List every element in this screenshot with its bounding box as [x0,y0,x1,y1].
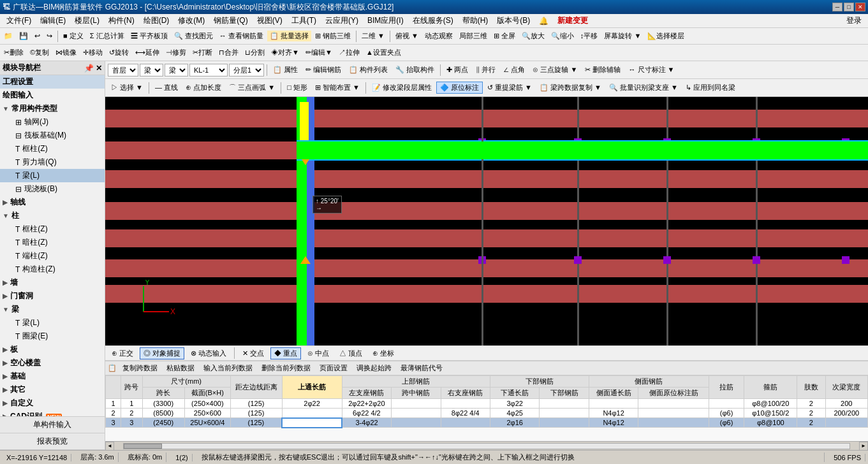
tb-align-slab[interactable]: ☰ 平齐板顶 [128,31,170,41]
tb-align[interactable]: ◈对齐▼ [268,47,302,58]
re-extract-btn[interactable]: ↺ 重提梁筋 ▼ [484,82,535,93]
table-row-2[interactable]: 2 2 (8500) 250×600 (125) 6φ22 4/2 8φ22 4… [106,409,868,418]
menu-version[interactable]: 版本号(B) [493,14,534,27]
angle-btn[interactable]: ∠ 点角 [500,64,528,75]
nav-raft-found[interactable]: ⊟ 筏板基础(M) [0,129,105,142]
nav-wall[interactable]: ▶ 墙 [0,276,105,289]
name-select[interactable]: KL-1 [189,64,228,76]
menu-edit[interactable]: 编辑(E) [36,14,70,27]
comp-list-btn[interactable]: 📋 构件列表 [346,64,391,75]
tb-set-grip[interactable]: ▲设置夹点 [364,47,404,58]
tb-batch-select[interactable]: 📋 批量选择 [267,31,311,41]
del-col-data-btn[interactable]: 删除当前列数据 [258,363,314,373]
menu-login[interactable]: 登录 [842,14,865,27]
tb-edit-rebar[interactable]: ✏编辑▼ [303,47,335,58]
snap-object[interactable]: ◎ 对象捕捉 [140,347,184,359]
tb-pan[interactable]: ↕平移 [578,31,601,41]
tb-find[interactable]: 🔍 查找图元 [172,31,216,41]
category-select[interactable]: 梁 [140,64,163,76]
tb-2d[interactable]: 二维 ▼ [359,31,387,41]
tb-redo[interactable]: ↪ [44,31,55,41]
nav-struct-col[interactable]: T 构造柱(Z) [0,263,105,276]
del-aux-btn[interactable]: ✂ 删除辅轴 [582,64,624,75]
tb-partial-3d[interactable]: 局部三维 [457,31,490,41]
snap-center[interactable]: ⊙ 中点 [304,347,333,359]
nav-common-types[interactable]: ▼ 常用构件类型 [0,102,105,115]
tb-delete[interactable]: ✂删除 [1,47,26,58]
snap-ortho[interactable]: ⊕ 正交 [108,347,137,359]
nav-frame-col[interactable]: T 框柱(Z) [0,142,105,156]
3pt-axis-btn[interactable]: ⊙ 三点旋轴 ▼ [529,64,580,75]
table-row-1[interactable]: 1 1 (3300) (250×400) (125) 2φ22 2φ22+2φ2… [106,399,868,409]
menu-file[interactable]: 文件(F) [3,14,35,27]
nav-ring-beam[interactable]: T 圈梁(E) [0,330,105,343]
tb-select-floor[interactable]: 📐选择楼层 [645,31,687,41]
nav-beam-common[interactable]: T 梁(L) [0,169,105,182]
nav-slab[interactable]: ▶ 板 [0,343,105,356]
pt-extend-btn[interactable]: ⊕ 点加长度 [182,82,224,93]
scroll-left[interactable]: ◄ [105,442,114,451]
type-select[interactable]: 梁 [165,64,188,76]
nav-shear-wall[interactable]: T 剪力墙(Q) [0,156,105,169]
3pt-arc-btn[interactable]: ⌒ 三点画弧 ▼ [226,82,278,93]
scroll-track[interactable] [123,443,850,449]
td-topthrough-3[interactable] [282,418,342,428]
two-pt-btn[interactable]: ✚ 两点 [443,64,471,75]
maximize-button[interactable]: □ [844,3,854,11]
nav-hollow-slab[interactable]: ▶ 空心楼盖 [0,356,105,370]
nav-pin[interactable]: 📌 ✕ [84,64,102,73]
menu-draw[interactable]: 绘图(D) [140,14,173,27]
tb-rebar-3d[interactable]: ⊞ 钢筋三维 [313,31,353,41]
menu-help[interactable]: 帮助(H) [459,14,492,27]
table-scroll[interactable]: 跨号 尺寸(mm) 距左边线距离 上通长筋 上部钢筋 下部钢筋 侧面钢筋 拉筋 … [105,375,868,441]
scrollbar-h[interactable]: ◄ ► [105,441,868,450]
nav-beam-section[interactable]: ▼ 梁 [0,303,105,316]
tb-undo[interactable]: ↩ [32,31,43,41]
menu-rebar-qty[interactable]: 钢筋量(Q) [210,14,251,27]
line-btn[interactable]: — 直线 [152,82,181,93]
orig-annot-btn[interactable]: 🔷 原位标注 [436,82,483,94]
tb-rotate[interactable]: ↺旋转 [107,47,131,58]
close-button[interactable]: ✕ [855,3,865,11]
tb-dynamic-obs[interactable]: 动态观察 [422,31,455,41]
tb-fullscreen[interactable]: ⊞ 全屏 [491,31,518,41]
page-setup-btn[interactable]: 页面设置 [316,363,351,373]
nav-draw-input[interactable]: 绘图输入 [0,89,105,102]
menu-cloud[interactable]: 云应用(Y) [321,14,362,27]
report-preview-btn[interactable]: 报表预览 [0,433,105,450]
tb-zoom-out[interactable]: 🔍缩小 [548,31,577,41]
tb-zoom-in[interactable]: 🔍放大 [519,31,547,41]
snap-intersect[interactable]: ✕ 交点 [239,347,268,359]
menu-floor[interactable]: 楼层(L) [71,14,103,27]
prop-btn[interactable]: 📋 属性 [270,64,301,75]
menu-view[interactable]: 视图(V) [253,14,286,27]
menu-online[interactable]: 在线服务(S) [409,14,457,27]
mod-seg-prop-btn[interactable]: 📝 修改梁段层属性 [369,82,435,93]
smart-layout-btn[interactable]: ⊞ 智能布置 ▼ [312,82,363,93]
nav-beam-l[interactable]: T 梁(L) [0,316,105,330]
nav-column[interactable]: ▼ 柱 [0,209,105,222]
floor-select[interactable]: 首层 [108,64,138,76]
scroll-thumb[interactable] [124,444,162,449]
menu-modify[interactable]: 修改(M) [174,14,209,27]
edit-rebar-btn[interactable]: ✏ 编辑钢筋 [302,64,344,75]
nav-hidden-col[interactable]: T 暗柱(Z) [0,236,105,249]
tb-save[interactable]: 💾 [17,31,31,41]
menu-bim[interactable]: BIM应用(I) [364,14,408,27]
tb-merge[interactable]: ⊓合并 [216,47,241,58]
parallel-btn[interactable]: ∥ 并行 [473,64,499,75]
menu-tools[interactable]: 工具(T) [288,14,320,27]
pick-comp-btn[interactable]: 🔧 抬取构件 [392,64,438,75]
copy-span-btn[interactable]: 📋 梁跨数据复制 ▼ [536,82,605,93]
nav-axisline[interactable]: ▶ 轴线 [0,196,105,209]
single-component-btn[interactable]: 单构件输入 [0,417,105,433]
snap-dynamic[interactable]: ⊗ 动态输入 [187,347,230,359]
layer-select[interactable]: 分层1 [229,64,264,76]
batch-id-seat-btn[interactable]: 🔍 批量识别梁支座 ▼ [606,82,681,93]
nav-others[interactable]: ▶ 其它 [0,383,105,396]
nav-settings[interactable]: 工程设置 [0,75,105,89]
tb-move[interactable]: ✛移动 [80,47,105,58]
tb-top-view[interactable]: 俯视 ▼ [393,31,421,41]
tb-define[interactable]: ■ 定义 [61,31,86,41]
tb-copy[interactable]: ©复制 [27,47,52,58]
